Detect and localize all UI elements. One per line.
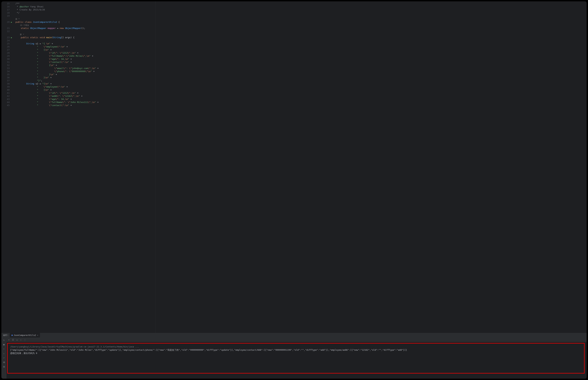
code-line[interactable]: " \"employee\":\n" + bbox=[16, 85, 584, 88]
up-icon[interactable]: ↑ bbox=[3, 347, 5, 350]
run-gutter-slot[interactable] bbox=[11, 88, 14, 92]
code-line[interactable]: " \"age\": 34,\n" + bbox=[16, 57, 584, 61]
line-number[interactable]: 21 bbox=[1, 27, 10, 30]
run-gutter-slot[interactable] bbox=[11, 48, 14, 51]
code-line[interactable]: 13 个用法 bbox=[16, 24, 584, 27]
run-gutter-slot[interactable] bbox=[11, 101, 14, 104]
run-line-icon[interactable]: ▶ bbox=[11, 21, 12, 23]
code-editor[interactable]: /** * @author Yang Shuai * Create By 202… bbox=[14, 1, 584, 333]
code-line[interactable]: public class JsonComparerUtils2 { bbox=[16, 20, 584, 24]
run-gutter-slot[interactable] bbox=[11, 64, 14, 67]
trash-icon[interactable]: 🗑 bbox=[3, 365, 5, 368]
line-number[interactable]: 45 bbox=[1, 104, 10, 107]
line-number[interactable]: 25 bbox=[1, 42, 10, 45]
code-line[interactable]: /** bbox=[16, 2, 584, 5]
rerun-icon[interactable]: ↻ bbox=[3, 339, 5, 341]
line-number[interactable]: 30 bbox=[1, 57, 10, 61]
print-icon[interactable]: 🖶 bbox=[3, 361, 5, 363]
line-number[interactable]: 43 bbox=[1, 98, 10, 101]
code-line[interactable]: " }\n" + bbox=[16, 73, 584, 76]
line-number[interactable]: 28 bbox=[1, 51, 10, 55]
run-gutter-slot[interactable] bbox=[11, 8, 14, 11]
line-number[interactable]: 19 bbox=[1, 14, 10, 18]
line-number[interactable]: 18 bbox=[1, 11, 10, 14]
run-gutter-slot[interactable] bbox=[11, 76, 14, 79]
run-gutter-slot[interactable] bbox=[11, 18, 14, 20]
run-gutter-slot[interactable] bbox=[11, 98, 14, 101]
run-gutter-slot[interactable]: ▶ bbox=[11, 20, 14, 24]
run-gutter-slot[interactable] bbox=[11, 27, 14, 30]
close-icon[interactable]: × bbox=[37, 334, 38, 337]
line-number[interactable]: 37 bbox=[1, 79, 10, 82]
code-line[interactable]: 新 * bbox=[16, 33, 584, 36]
code-line[interactable] bbox=[16, 30, 584, 33]
run-gutter-slot[interactable] bbox=[11, 82, 14, 85]
run-gutter-slot[interactable] bbox=[11, 70, 14, 73]
line-number[interactable]: 44 bbox=[1, 101, 10, 104]
layout-icon[interactable]: ▭ bbox=[17, 339, 18, 341]
run-gutter-slot[interactable] bbox=[11, 92, 14, 95]
code-line[interactable]: " \"fullName\": \"John Miles111\",\n" + bbox=[16, 101, 584, 104]
line-number[interactable]: 29 bbox=[1, 55, 10, 57]
run-gutter-slot[interactable] bbox=[11, 67, 14, 70]
code-line[interactable]: " \"age\": 34,\n" + bbox=[16, 98, 584, 101]
line-number[interactable]: 27 bbox=[1, 48, 10, 51]
stop-icon[interactable]: ■ bbox=[3, 343, 5, 346]
run-gutter-slot[interactable] bbox=[11, 85, 14, 88]
line-number[interactable]: 38 bbox=[1, 82, 10, 85]
line-number[interactable]: 15 bbox=[1, 2, 10, 5]
run-gutter-slot[interactable] bbox=[11, 33, 14, 36]
code-line[interactable]: " \"email\": \"john@xyz.com\",\n" + bbox=[16, 67, 584, 70]
code-line[interactable]: " \"contact\":\n" + bbox=[16, 61, 584, 64]
run-gutter-slot[interactable] bbox=[11, 14, 14, 18]
run-gutter-slot[interactable] bbox=[11, 51, 14, 55]
line-number[interactable]: 20 bbox=[1, 20, 10, 24]
line-number[interactable]: 31 bbox=[1, 61, 10, 64]
run-gutter-slot[interactable] bbox=[11, 45, 14, 48]
code-line[interactable]: " \"ae86\": \"12162\",\n" + bbox=[16, 95, 584, 98]
code-line[interactable]: " {\n" + bbox=[16, 88, 584, 92]
run-gutter-slot[interactable] bbox=[11, 11, 14, 14]
run-gutter[interactable]: ▶▶ bbox=[11, 1, 14, 333]
code-line[interactable]: 新 * bbox=[16, 18, 584, 20]
run-gutter-slot[interactable] bbox=[11, 104, 14, 107]
code-line[interactable]: * @author Yang Shuai bbox=[16, 5, 584, 8]
code-line[interactable]: * Create By 2023/8/26 bbox=[16, 8, 584, 11]
line-number[interactable]: 22 bbox=[1, 30, 10, 33]
code-line[interactable]: " \"contact\":\n" + bbox=[16, 104, 584, 107]
code-line[interactable]: " \"fullName\":\"John Miles\",\n" + bbox=[16, 55, 584, 57]
line-number[interactable]: 34 bbox=[1, 70, 10, 73]
line-number[interactable]: 36 bbox=[1, 76, 10, 79]
code-line[interactable]: static ObjectMapper mapper = new ObjectM… bbox=[16, 27, 584, 30]
line-number[interactable]: 42 bbox=[1, 95, 10, 98]
run-gutter-slot[interactable] bbox=[11, 73, 14, 76]
caret-down-icon[interactable]: ▾ bbox=[8, 339, 10, 341]
line-number[interactable]: 17 bbox=[1, 8, 10, 11]
line-number[interactable]: 40 bbox=[1, 88, 10, 92]
line-number[interactable]: 23 bbox=[1, 36, 10, 39]
soft-wrap-icon[interactable]: ↩ bbox=[3, 356, 5, 359]
code-line[interactable] bbox=[16, 14, 584, 18]
code-line[interactable]: public static void main(String[] args) { bbox=[16, 36, 584, 39]
code-line[interactable]: " }\n" + bbox=[16, 76, 584, 79]
code-line[interactable]: " \"phone\": \"9999999999\"\n" + bbox=[16, 70, 584, 73]
run-tab-active[interactable]: ▦ JsonComparerUtils2 × bbox=[10, 333, 40, 338]
run-gutter-slot[interactable] bbox=[11, 2, 14, 5]
console-output[interactable]: /Users/yangbuyi/Library/Java/JavaVirtual… bbox=[7, 343, 585, 374]
export-icon[interactable]: ⇪ bbox=[20, 339, 22, 341]
line-number[interactable]: 33 bbox=[1, 67, 10, 70]
filter-icon[interactable]: ☰ bbox=[12, 339, 14, 341]
code-line[interactable]: " \"id\": \"1212\",\n" + bbox=[16, 92, 584, 95]
code-line[interactable] bbox=[16, 39, 584, 42]
run-gutter-slot[interactable] bbox=[11, 24, 14, 27]
line-number[interactable]: 32 bbox=[1, 64, 10, 67]
line-number[interactable]: 24 bbox=[1, 39, 10, 42]
run-gutter-slot[interactable] bbox=[11, 30, 14, 33]
run-gutter-slot[interactable]: ▶ bbox=[11, 36, 14, 39]
run-gutter-slot[interactable] bbox=[11, 55, 14, 57]
run-gutter-slot[interactable] bbox=[11, 61, 14, 64]
code-line[interactable]: " \"employee\":\n" + bbox=[16, 45, 584, 48]
line-number[interactable] bbox=[1, 24, 10, 27]
code-line[interactable]: String s2 = "{\n" + bbox=[16, 82, 584, 85]
line-number[interactable]: 35 bbox=[1, 73, 10, 76]
